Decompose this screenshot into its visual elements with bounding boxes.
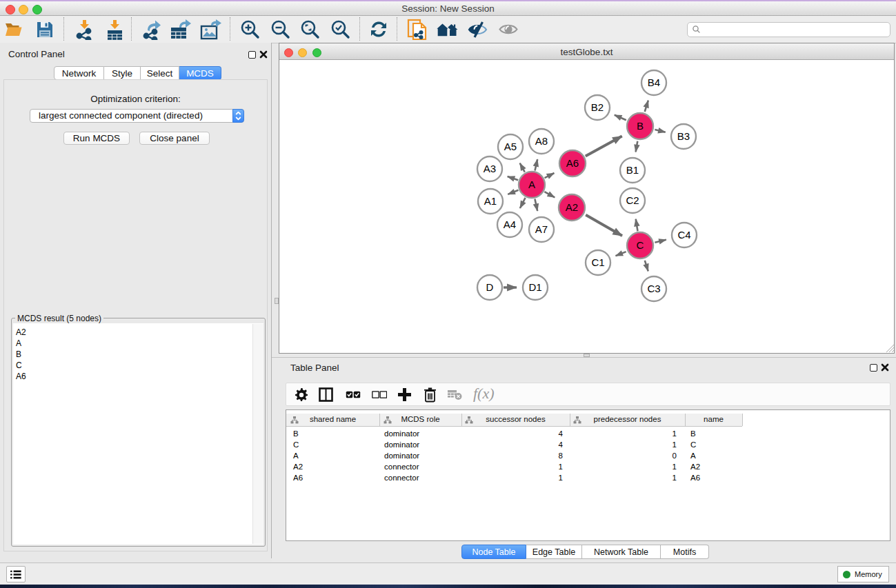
svg-text:A3: A3: [484, 163, 496, 174]
svg-text:C4: C4: [677, 229, 690, 241]
svg-text:A2: A2: [566, 201, 578, 213]
svg-text:A: A: [528, 179, 535, 190]
svg-text:D: D: [486, 281, 494, 293]
svg-text:A6: A6: [566, 157, 579, 169]
svg-text:C1: C1: [591, 256, 604, 268]
svg-text:C: C: [637, 239, 644, 251]
svg-text:A4: A4: [504, 219, 516, 230]
svg-text:A8: A8: [535, 135, 548, 147]
svg-text:A7: A7: [535, 223, 548, 235]
svg-text:B2: B2: [591, 101, 604, 113]
svg-text:A1: A1: [484, 195, 497, 207]
svg-text:B: B: [637, 120, 644, 132]
svg-text:C3: C3: [647, 283, 660, 294]
svg-text:D1: D1: [528, 281, 541, 293]
svg-text:B3: B3: [677, 130, 690, 142]
svg-text:C2: C2: [626, 194, 639, 206]
svg-text:B4: B4: [648, 77, 660, 88]
svg-text:A5: A5: [504, 141, 517, 152]
svg-text:B1: B1: [626, 164, 639, 176]
